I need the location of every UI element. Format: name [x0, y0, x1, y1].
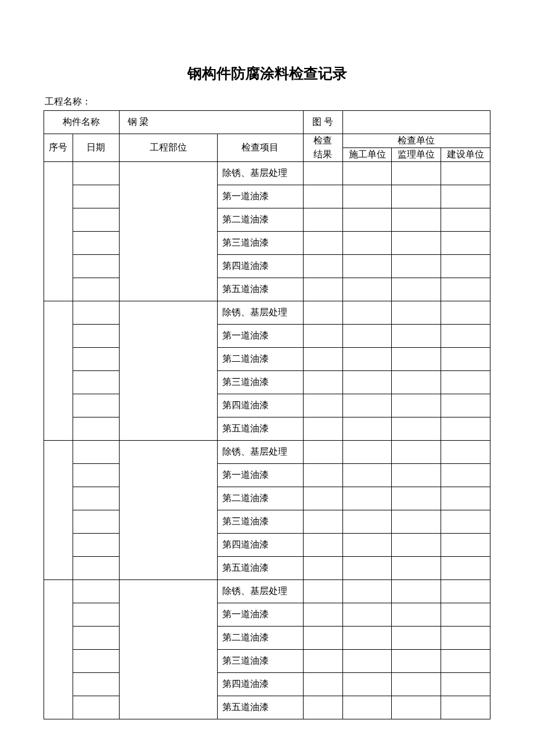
- result-cell: [303, 696, 342, 719]
- construction-unit-header: 施工单位: [342, 148, 392, 162]
- seq-cell: [44, 162, 73, 301]
- result-cell: [303, 650, 342, 673]
- part-cell: [119, 580, 217, 719]
- inspection-item-cell: 第一道油漆: [218, 185, 304, 208]
- owner-unit-header: 建设单位: [441, 148, 490, 162]
- inspection-item-cell: 第二道油漆: [218, 487, 304, 510]
- construction-unit-cell: [342, 487, 392, 510]
- project-name-label: 工程名称：: [44, 96, 490, 108]
- inspection-item-cell: 第四道油漆: [218, 673, 304, 696]
- supervision-unit-cell: [392, 394, 441, 417]
- table-row: 第四道油漆: [44, 534, 490, 557]
- table-row: 除锈、基层处理: [44, 441, 490, 464]
- construction-unit-cell: [342, 557, 392, 580]
- drawing-no-value: [342, 111, 490, 134]
- owner-unit-cell: [441, 650, 490, 673]
- seq-cell: [44, 441, 73, 580]
- part-cell: [119, 162, 217, 301]
- table-row: 第五道油漆: [44, 278, 490, 301]
- owner-unit-cell: [441, 162, 490, 185]
- table-row: 第一道油漆: [44, 464, 490, 487]
- inspection-item-cell: 第二道油漆: [218, 348, 304, 371]
- result-cell: [303, 394, 342, 417]
- table-row: 第五道油漆: [44, 557, 490, 580]
- date-cell: [73, 627, 119, 650]
- result-cell: [303, 627, 342, 650]
- construction-unit-cell: [342, 185, 392, 208]
- date-cell: [73, 696, 119, 719]
- owner-unit-cell: [441, 301, 490, 325]
- owner-unit-cell: [441, 232, 490, 255]
- table-row: 第三道油漆: [44, 371, 490, 394]
- result-cell: [303, 534, 342, 557]
- supervision-unit-cell: [392, 255, 441, 278]
- result-header-line1: 检查: [303, 134, 342, 148]
- supervision-unit-cell: [392, 278, 441, 301]
- inspection-item-cell: 除锈、基层处理: [218, 301, 304, 325]
- owner-unit-cell: [441, 441, 490, 464]
- date-cell: [73, 371, 119, 394]
- owner-unit-cell: [441, 278, 490, 301]
- part-cell: [119, 301, 217, 441]
- owner-unit-cell: [441, 557, 490, 580]
- construction-unit-cell: [342, 603, 392, 627]
- date-cell: [73, 673, 119, 696]
- inspection-item-cell: 除锈、基层处理: [218, 580, 304, 603]
- supervision-unit-cell: [392, 325, 441, 348]
- result-header-line2: 结果: [303, 148, 342, 162]
- supervision-unit-cell: [392, 487, 441, 510]
- date-cell: [73, 162, 119, 185]
- construction-unit-cell: [342, 650, 392, 673]
- table-row: 第一道油漆: [44, 185, 490, 208]
- owner-unit-cell: [441, 510, 490, 534]
- date-cell: [73, 278, 119, 301]
- date-cell: [73, 464, 119, 487]
- inspection-item-cell: 第三道油漆: [218, 371, 304, 394]
- supervision-unit-cell: [392, 348, 441, 371]
- inspection-item-cell: 第三道油漆: [218, 650, 304, 673]
- table-row: 第二道油漆: [44, 487, 490, 510]
- date-cell: [73, 301, 119, 325]
- result-cell: [303, 417, 342, 441]
- date-header: 日期: [73, 134, 119, 162]
- owner-unit-cell: [441, 673, 490, 696]
- table-row: 除锈、基层处理: [44, 162, 490, 185]
- construction-unit-cell: [342, 278, 392, 301]
- result-cell: [303, 603, 342, 627]
- supervision-unit-cell: [392, 627, 441, 650]
- date-cell: [73, 557, 119, 580]
- owner-unit-cell: [441, 487, 490, 510]
- supervision-unit-cell: [392, 464, 441, 487]
- supervision-unit-cell: [392, 557, 441, 580]
- component-name-value: 钢 梁: [119, 111, 303, 134]
- owner-unit-cell: [441, 371, 490, 394]
- inspection-item-cell: 第五道油漆: [218, 696, 304, 719]
- document-title: 钢构件防腐涂料检查记录: [44, 64, 490, 83]
- construction-unit-cell: [342, 255, 392, 278]
- inspection-item-cell: 第三道油漆: [218, 232, 304, 255]
- construction-unit-cell: [342, 208, 392, 232]
- owner-unit-cell: [441, 417, 490, 441]
- date-cell: [73, 325, 119, 348]
- construction-unit-cell: [342, 371, 392, 394]
- construction-unit-cell: [342, 348, 392, 371]
- owner-unit-cell: [441, 325, 490, 348]
- item-header: 检查项目: [218, 134, 304, 162]
- inspection-item-cell: 第一道油漆: [218, 603, 304, 627]
- part-cell: [119, 441, 217, 580]
- supervision-unit-cell: [392, 301, 441, 325]
- owner-unit-cell: [441, 603, 490, 627]
- date-cell: [73, 487, 119, 510]
- supervision-unit-cell: [392, 162, 441, 185]
- owner-unit-cell: [441, 534, 490, 557]
- part-header: 工程部位: [119, 134, 217, 162]
- date-cell: [73, 394, 119, 417]
- supervision-unit-cell: [392, 371, 441, 394]
- table-row: 除锈、基层处理: [44, 580, 490, 603]
- inspection-item-cell: 第二道油漆: [218, 208, 304, 232]
- inspection-item-cell: 第四道油漆: [218, 255, 304, 278]
- inspection-item-cell: 第四道油漆: [218, 534, 304, 557]
- owner-unit-cell: [441, 348, 490, 371]
- inspection-item-cell: 除锈、基层处理: [218, 162, 304, 185]
- result-cell: [303, 580, 342, 603]
